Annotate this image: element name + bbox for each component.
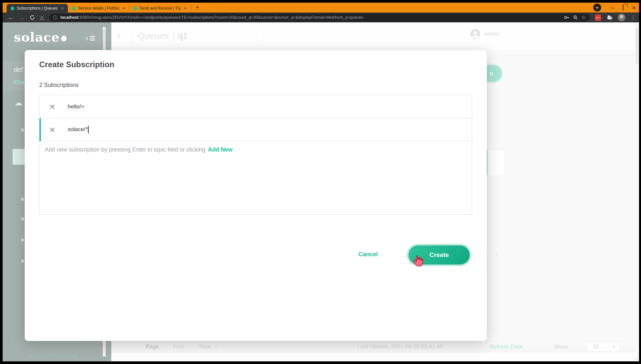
- url-path: :8080/#/msg-vpns/ZGVmYXVsdA==/endpoints/…: [78, 15, 363, 20]
- menu-kebab-icon[interactable]: ⋮: [631, 14, 636, 20]
- tab-title: Service details | PubSub+ Cloud: [78, 6, 119, 11]
- browser-avatar[interactable]: [618, 14, 626, 21]
- browser-toolbar: ← → ⌂ i localhost:8080/#/msg-vpns/ZGVmYX…: [3, 13, 639, 22]
- tab-close-icon[interactable]: ×: [183, 6, 187, 11]
- profile-chevron-icon[interactable]: [593, 4, 601, 12]
- help-text-body: Add new subscription by pressing Enter i…: [45, 146, 205, 153]
- topic-text: solace/*: [68, 126, 88, 132]
- subscription-count: 2 Subscriptions: [39, 82, 79, 89]
- modal-title: Create Subscription: [39, 60, 114, 69]
- tab-favicon: [11, 7, 14, 10]
- minimize-button[interactable]: —: [610, 5, 614, 10]
- cancel-button[interactable]: Cancel: [358, 251, 378, 258]
- add-new-link[interactable]: Add New: [208, 146, 233, 153]
- bookmark-star-icon[interactable]: ☆: [581, 14, 586, 20]
- subscription-topic-input[interactable]: solace/*: [68, 126, 89, 133]
- tab-favicon: [133, 7, 137, 10]
- subscription-row[interactable]: × solace/*: [40, 118, 472, 141]
- tab-strip: Subscriptions | Queues × Service details…: [3, 3, 639, 13]
- password-key-icon[interactable]: [564, 14, 570, 20]
- reload-icon[interactable]: [30, 15, 35, 20]
- tab-separator: [191, 6, 191, 11]
- mouse-cursor-hand-icon: [413, 256, 423, 268]
- zoom-icon[interactable]: [572, 14, 578, 20]
- url-host: localhost: [60, 15, 78, 20]
- close-window-button[interactable]: ×: [632, 5, 636, 11]
- tab-close-icon[interactable]: ×: [122, 6, 126, 11]
- tab-try-me[interactable]: Send and Receive | Try Me! ×: [129, 4, 191, 13]
- forward-icon[interactable]: →: [19, 15, 24, 20]
- new-tab-button[interactable]: +: [196, 4, 199, 11]
- create-subscription-modal: Create Subscription 2 Subscriptions × he…: [25, 50, 487, 341]
- tab-title: Send and Receive | Try Me!: [140, 6, 181, 11]
- url-text[interactable]: localhost:8080/#/msg-vpns/ZGVmYXVsdA==/e…: [60, 15, 560, 20]
- page-info-icon[interactable]: i: [53, 15, 57, 20]
- help-text: Add new subscription by pressing Enter i…: [40, 141, 472, 153]
- address-bar[interactable]: i localhost:8080/#/msg-vpns/ZGVmYXVsdA==…: [49, 14, 590, 21]
- tab-subscriptions-queues[interactable]: Subscriptions | Queues ×: [7, 4, 68, 13]
- tab-service-details[interactable]: Service details | PubSub+ Cloud ×: [68, 4, 129, 13]
- remove-subscription-icon[interactable]: ×: [49, 102, 55, 112]
- tab-close-icon[interactable]: ×: [61, 6, 65, 11]
- puzzle-extensions-icon[interactable]: [606, 14, 612, 20]
- subscription-list: × hello/> × solace/* Add new subscriptio…: [39, 95, 472, 215]
- app-page: solace ‹ def Cha ☁ Advanced Messaging ▲: [3, 22, 639, 361]
- home-icon[interactable]: ⌂: [40, 14, 44, 21]
- extension-red-icon[interactable]: •••: [595, 14, 601, 21]
- maximize-button[interactable]: [623, 5, 624, 10]
- subscription-row[interactable]: × hello/>: [40, 95, 472, 118]
- tab-favicon: [72, 7, 75, 10]
- tab-title: Subscriptions | Queues: [17, 6, 58, 11]
- back-icon[interactable]: ←: [8, 15, 14, 20]
- browser-window: Subscriptions | Queues × Service details…: [3, 3, 639, 361]
- remove-subscription-icon[interactable]: ×: [49, 125, 55, 135]
- text-caret: [88, 126, 89, 133]
- restore-icon: [623, 5, 624, 11]
- subscription-topic-input[interactable]: hello/>: [68, 103, 85, 110]
